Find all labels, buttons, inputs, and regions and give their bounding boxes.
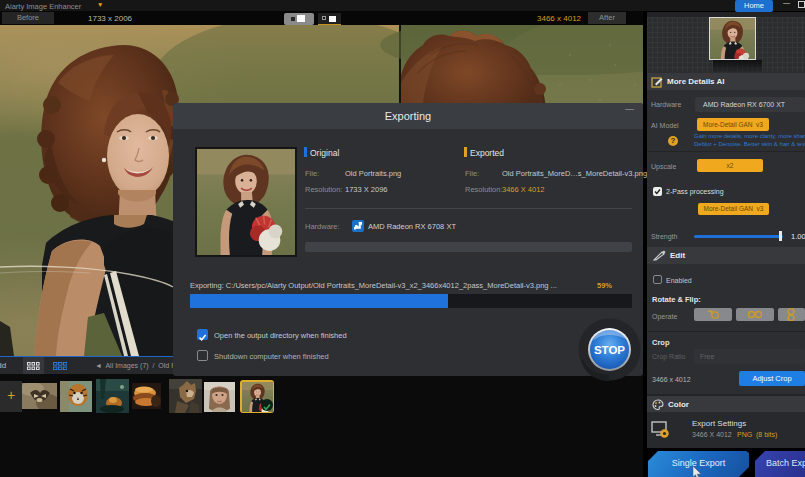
svg-text:STOP: STOP xyxy=(594,344,625,356)
